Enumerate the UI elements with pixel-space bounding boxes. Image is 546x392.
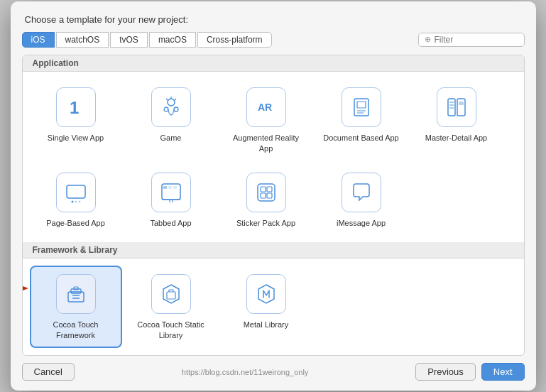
svg-rect-25 xyxy=(173,186,177,189)
metal-label: Metal Library xyxy=(244,320,289,330)
svg-rect-9 xyxy=(448,99,455,116)
template-page-based[interactable]: Page-Based App xyxy=(30,164,122,236)
red-arrow-indicator xyxy=(22,280,30,300)
cocoa-framework-icon xyxy=(56,274,96,314)
svg-text:1: 1 xyxy=(70,98,79,117)
template-cocoa-framework[interactable]: Cocoa Touch Framework xyxy=(30,266,122,348)
template-tabbed[interactable]: Tabbed App xyxy=(125,164,217,236)
document-label: Document Based App xyxy=(323,133,398,143)
watermark: https://blog.csdn.net/11weirong_only xyxy=(75,368,415,376)
svg-point-16 xyxy=(71,200,73,202)
template-single-view[interactable]: 1 Single View App xyxy=(30,79,122,161)
sticker-icon xyxy=(246,173,286,212)
dialog-title: Choose a template for your new project: xyxy=(11,1,536,32)
document-icon xyxy=(342,87,381,127)
template-content: Application 1 Single View App xyxy=(22,55,525,356)
svg-rect-14 xyxy=(459,102,464,105)
new-project-dialog: Choose a template for your new project: … xyxy=(11,1,536,391)
tab-crossplatform[interactable]: Cross-platform xyxy=(197,32,272,48)
footer-right: Previous Next xyxy=(415,363,524,381)
platform-tabs: iOS watchOS tvOS macOS Cross-platform ⊕ xyxy=(11,32,536,55)
previous-button[interactable]: Previous xyxy=(415,363,476,381)
svg-point-18 xyxy=(78,200,80,202)
cancel-button[interactable]: Cancel xyxy=(22,363,75,381)
svg-text:AR: AR xyxy=(258,102,272,113)
svg-rect-24 xyxy=(168,186,172,189)
svg-rect-28 xyxy=(267,187,272,192)
dialog-footer: Cancel https://blog.csdn.net/11weirong_o… xyxy=(11,356,536,391)
template-metal[interactable]: Metal Library xyxy=(220,266,312,348)
application-grid: 1 Single View App Game xyxy=(23,72,524,243)
imessage-icon xyxy=(342,173,381,212)
filter-icon: ⊕ xyxy=(425,35,431,44)
game-label: Game xyxy=(160,133,182,143)
template-sticker[interactable]: Sticker Pack App xyxy=(220,164,312,236)
cocoa-framework-label: Cocoa Touch Framework xyxy=(37,320,115,341)
svg-rect-29 xyxy=(261,193,266,198)
cocoa-static-label: Cocoa Touch Static Library xyxy=(132,320,210,341)
imessage-label: iMessage App xyxy=(337,218,386,229)
tabbed-label: Tabbed App xyxy=(150,218,191,229)
svg-rect-30 xyxy=(267,193,272,198)
svg-rect-23 xyxy=(163,186,167,189)
svg-rect-27 xyxy=(261,187,266,192)
svg-point-17 xyxy=(75,200,77,202)
ar-label: Augmented Reality App xyxy=(227,133,305,154)
template-imessage[interactable]: iMessage App xyxy=(315,164,408,236)
single-view-label: Single View App xyxy=(48,133,104,143)
svg-rect-10 xyxy=(457,99,465,116)
template-master-detail[interactable]: Master-Detail App xyxy=(410,79,503,161)
master-detail-icon xyxy=(437,87,476,127)
template-cocoa-static[interactable]: Cocoa Touch Static Library xyxy=(125,266,217,348)
section-application: Application xyxy=(23,55,524,72)
svg-rect-15 xyxy=(67,185,85,198)
metal-icon xyxy=(246,274,286,314)
tab-watchos[interactable]: watchOS xyxy=(56,32,109,48)
filter-input[interactable] xyxy=(435,35,518,45)
tabbed-icon xyxy=(151,173,191,212)
single-view-icon: 1 xyxy=(56,87,96,127)
sticker-label: Sticker Pack App xyxy=(236,218,295,229)
footer-left: Cancel xyxy=(22,363,75,381)
cocoa-static-icon xyxy=(151,274,191,314)
template-game[interactable]: Game xyxy=(125,79,217,161)
next-button[interactable]: Next xyxy=(481,363,525,381)
tab-macos[interactable]: macOS xyxy=(149,32,196,48)
page-based-label: Page-Based App xyxy=(46,218,105,229)
framework-grid: Cocoa Touch Framework Cocoa Touch Static… xyxy=(23,258,524,355)
svg-point-1 xyxy=(168,99,175,106)
svg-rect-26 xyxy=(258,184,275,201)
template-ar[interactable]: AR Augmented Reality App xyxy=(220,79,312,161)
page-based-icon xyxy=(56,173,96,212)
master-detail-label: Master-Detail App xyxy=(425,133,487,143)
section-framework: Framework & Library xyxy=(23,242,524,258)
ar-icon: AR xyxy=(246,87,286,127)
filter-box[interactable]: ⊕ xyxy=(418,33,525,47)
svg-rect-6 xyxy=(357,102,366,108)
tab-ios[interactable]: iOS xyxy=(22,32,55,48)
template-document[interactable]: Document Based App xyxy=(315,79,408,161)
svg-rect-38 xyxy=(167,292,175,299)
tab-tvos[interactable]: tvOS xyxy=(110,32,148,48)
game-icon xyxy=(151,87,191,127)
